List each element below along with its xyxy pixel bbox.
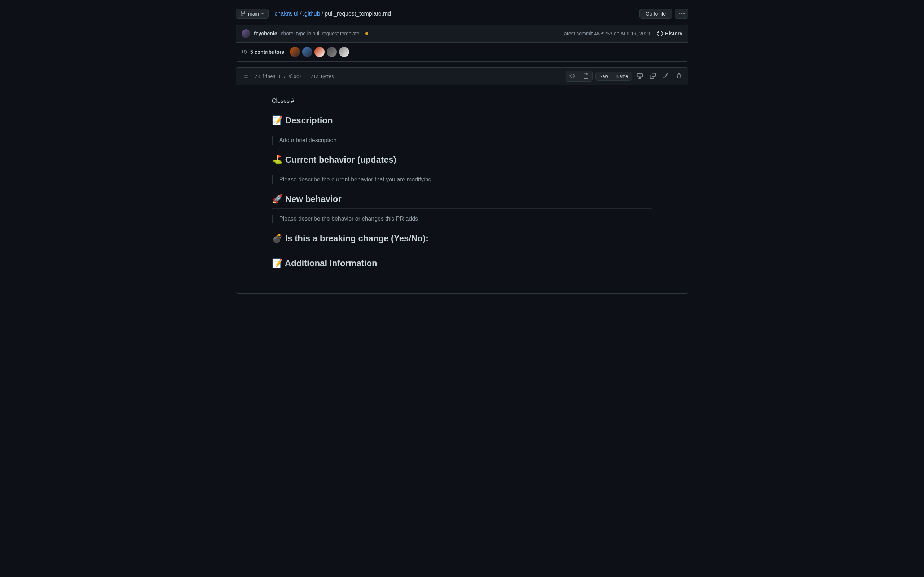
display-rendered-button[interactable] [566, 71, 579, 81]
file-navigation: main chakra-ui/.github/pull_request_temp… [235, 9, 689, 19]
history-label: History [665, 31, 682, 36]
blame-button[interactable]: Blame [612, 73, 632, 81]
contributors-button[interactable]: 5 contributors [242, 49, 284, 55]
heading-description: 📝 Description [272, 114, 652, 130]
history-link[interactable]: History [657, 31, 682, 36]
go-to-file-button[interactable]: Go to file [639, 9, 672, 19]
breadcrumb-current-file: pull_request_template.md [324, 10, 391, 16]
breadcrumb-folder-link[interactable]: .github [303, 10, 320, 16]
contributor-avatar[interactable] [302, 47, 312, 57]
divider [306, 73, 306, 80]
commit-message-link[interactable]: chore: typo in pull request template [281, 31, 360, 36]
contributors-count-label: 5 contributors [250, 49, 284, 55]
more-options-button[interactable] [675, 9, 689, 19]
toc-button[interactable] [240, 71, 250, 82]
raw-button[interactable]: Raw [596, 73, 612, 81]
git-branch-icon [240, 11, 246, 16]
contributor-avatar[interactable] [314, 47, 324, 57]
file-icon [583, 73, 589, 79]
heading-current-behavior: ⛳️ Current behavior (updates) [272, 153, 652, 169]
heading-breaking-change: 💣 Is this a breaking change (Yes/No): [272, 232, 652, 248]
heading-additional-info: 📝 Additional Information [272, 257, 652, 273]
kebab-horizontal-icon [679, 11, 685, 16]
branch-name: main [248, 11, 259, 16]
chevron-down-icon [261, 13, 264, 15]
file-size-label: 712 Bytes [311, 74, 334, 79]
branch-select-button[interactable]: main [235, 9, 269, 19]
history-icon [657, 31, 663, 36]
breadcrumb-repo-link[interactable]: chakra-ui [274, 10, 298, 16]
commit-author-link[interactable]: feychenie [254, 31, 277, 36]
commit-hash-link[interactable]: 46e9753 [594, 31, 613, 36]
commit-status-indicator[interactable] [365, 32, 368, 35]
contributors-bar: 5 contributors [235, 43, 689, 62]
heading-new-behavior: 🚀 New behavior [272, 193, 652, 209]
blockquote-description: Add a brief description [279, 136, 646, 145]
pencil-icon [663, 73, 669, 79]
commit-date: on Aug 19, 2021 [614, 31, 651, 36]
latest-commit-bar: feychenie chore: typo in pull request te… [235, 24, 689, 43]
delete-button[interactable] [674, 71, 684, 82]
code-icon [569, 73, 575, 79]
copy-icon [650, 73, 656, 79]
contributor-avatar[interactable] [327, 47, 337, 57]
edit-button[interactable] [661, 71, 671, 82]
blockquote-current: Please describe the current behavior tha… [279, 175, 646, 184]
rendered-markdown: Closes # 📝 Description Add a brief descr… [236, 85, 688, 293]
file-content-box: 28 lines (17 sloc) 712 Bytes Raw Blame [235, 68, 689, 293]
desktop-button[interactable] [635, 71, 645, 82]
copy-button[interactable] [648, 71, 658, 82]
breadcrumb: chakra-ui/.github/pull_request_template.… [274, 10, 391, 17]
view-mode-toggle [566, 71, 593, 82]
file-lines-label: 28 lines (17 sloc) [255, 74, 302, 79]
contributors-avatars [290, 47, 349, 57]
list-unordered-icon [242, 73, 248, 79]
latest-commit-label: Latest commit [561, 31, 593, 36]
trash-icon [676, 73, 682, 79]
closes-text: Closes # [272, 97, 652, 105]
device-desktop-icon [637, 73, 643, 79]
commit-author-avatar[interactable] [242, 29, 250, 38]
contributor-avatar[interactable] [339, 47, 349, 57]
blockquote-new: Please describe the behavior or changes … [279, 214, 646, 223]
file-header: 28 lines (17 sloc) 712 Bytes Raw Blame [236, 68, 688, 85]
people-icon [242, 49, 247, 55]
raw-blame-toggle: Raw Blame [595, 72, 632, 81]
display-source-button[interactable] [579, 71, 592, 81]
contributor-avatar[interactable] [290, 47, 300, 57]
